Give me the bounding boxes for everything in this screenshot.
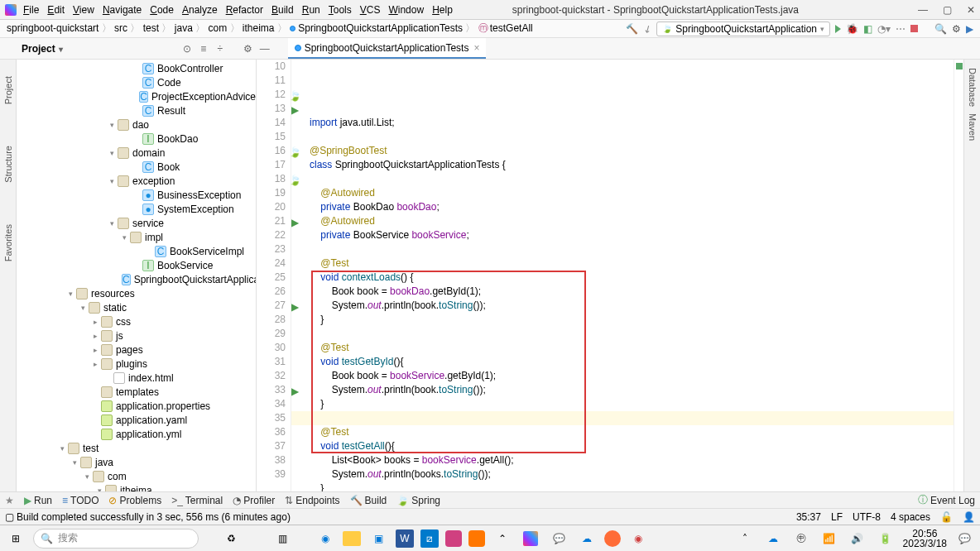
gutter-line[interactable]: 26 [257, 285, 286, 299]
tree-item[interactable]: ▸pages [17, 343, 256, 357]
settings-icon[interactable]: ⚙ [952, 23, 961, 35]
menu-navigate[interactable]: Navigate [103, 4, 142, 16]
start-icon[interactable]: ⊞ [5, 528, 26, 549]
gutter-line[interactable]: 38 [257, 453, 286, 467]
code-area[interactable]: import java.util.List;@SpringBootTestcla… [291, 60, 954, 491]
menu-refactor[interactable]: Refactor [226, 4, 263, 16]
battery-icon[interactable]: 🔋 [875, 528, 896, 549]
attach-icon[interactable]: ⋯ [896, 23, 906, 35]
code-line[interactable]: void contextLoads() { [310, 271, 954, 285]
tree-item[interactable]: index.html [17, 371, 256, 385]
menu-run[interactable]: Run [302, 4, 320, 16]
app-icon-1[interactable] [445, 530, 462, 547]
tree-item[interactable]: IBookDao [17, 132, 256, 146]
menu-help[interactable]: Help [432, 4, 453, 16]
maximize-icon[interactable]: ▢ [943, 4, 952, 16]
gutter-line[interactable]: 13▶ [257, 102, 286, 116]
code-line[interactable]: Book book = bookService.getById(1); [310, 369, 954, 383]
code-line[interactable]: Book book = bookDao.getById(1); [310, 285, 954, 299]
gutter-line[interactable]: 18🍃 [257, 172, 286, 186]
tree-item[interactable]: ▾itheima [17, 483, 256, 491]
menu-window[interactable]: Window [388, 4, 424, 16]
code-line[interactable]: @Autowired [310, 214, 954, 228]
gutter-line[interactable]: 24 [257, 256, 286, 271]
gutter-line[interactable]: 29 [257, 327, 286, 341]
clock[interactable]: 20:56 2023/3/18 [903, 529, 947, 549]
code-line[interactable]: private BookDao bookDao; [310, 200, 954, 214]
gutter-line[interactable]: 19 [257, 186, 286, 200]
gutter-line[interactable]: 15 [257, 130, 286, 144]
inspections-icon[interactable]: 👤 [963, 511, 975, 523]
forward-icon[interactable]: ▶ [966, 23, 973, 35]
app-icon-2[interactable] [468, 530, 485, 547]
breadcrumb-item[interactable]: itheima [243, 22, 275, 34]
explorer-icon[interactable] [343, 531, 361, 546]
code-line[interactable] [310, 130, 954, 144]
select-opened-file-icon[interactable]: ⊙ [181, 43, 193, 55]
tree-item[interactable]: ▾com [17, 469, 256, 483]
line-separator[interactable]: LF [831, 511, 843, 523]
gutter-line[interactable]: 11 [257, 74, 286, 88]
tree-item[interactable]: ▾impl [17, 230, 256, 244]
tree-item[interactable]: ▾exception [17, 174, 256, 188]
tree-item[interactable]: IBookService [17, 258, 256, 272]
gutter-line[interactable]: 31 [257, 355, 286, 369]
gutter-line[interactable]: 30 [257, 341, 286, 355]
breadcrumb-item[interactable]: test [143, 22, 159, 34]
edge-icon[interactable]: ◉ [315, 528, 336, 549]
breadcrumb-item[interactable]: java [175, 22, 193, 34]
gutter-line[interactable]: 33▶ [257, 383, 286, 397]
tree-item[interactable]: CSpringbootQuickstartApplication [17, 272, 256, 286]
code-line[interactable] [310, 172, 954, 186]
hide-icon[interactable]: — [259, 43, 271, 55]
tree-item[interactable]: ▾domain [17, 146, 256, 160]
gutter-line[interactable]: 22 [257, 228, 286, 242]
menu-code[interactable]: Code [150, 4, 174, 16]
code-line[interactable]: @Autowired [310, 186, 954, 200]
indent-settings[interactable]: 4 spaces [891, 511, 930, 523]
code-line[interactable]: class SpringbootQuickstartApplicationTes… [310, 158, 954, 172]
tree-item[interactable]: application.properties [17, 399, 256, 413]
profile-icon[interactable]: ◔▾ [877, 23, 891, 35]
code-line[interactable] [310, 327, 954, 341]
editor-tab[interactable]: SpringbootQuickstartApplicationTests × [288, 38, 487, 59]
gutter-line[interactable]: 39 [257, 467, 286, 482]
menu-build[interactable]: Build [271, 4, 294, 16]
code-line[interactable]: @Test [310, 425, 954, 439]
bottom-tab-build[interactable]: 🔨 Build [350, 495, 387, 506]
tool-tab-maven[interactable]: Maven [968, 113, 978, 141]
event-log-tab[interactable]: ⓘEvent Log [918, 493, 975, 507]
code-line[interactable] [310, 411, 954, 425]
tree-item[interactable]: ▾test [17, 441, 256, 455]
code-line[interactable] [310, 242, 954, 256]
gutter[interactable]: 101112🍃13▶141516🍃1718🍃192021▶22232425262… [257, 60, 291, 491]
code-line[interactable]: void testGetById(){ [310, 355, 954, 369]
breadcrumb-item[interactable]: src [114, 22, 127, 34]
minimize-icon[interactable]: — [918, 4, 928, 16]
code-line[interactable]: System.out.println(books.toString()); [310, 467, 954, 482]
close-icon[interactable]: ✕ [967, 4, 975, 16]
code-line[interactable]: } [310, 313, 954, 327]
run-config-selector[interactable]: 🍃 SpringbootQuickstartApplication ▾ [656, 22, 830, 36]
gutter-line[interactable]: 12🍃 [257, 88, 286, 102]
code-line[interactable]: @Test [310, 256, 954, 271]
code-line[interactable]: } [310, 397, 954, 411]
bottom-tab-endpoints[interactable]: ⇅ Endpoints [285, 495, 339, 506]
gutter-line[interactable]: 35 [257, 411, 286, 425]
tree-item[interactable]: CBookServiceImpl [17, 244, 256, 258]
breadcrumb-item[interactable]: ⓜtestGetAll [478, 22, 533, 34]
coverage-icon[interactable]: ◧ [863, 23, 872, 35]
collapse-all-icon[interactable]: ÷ [214, 43, 226, 55]
store-icon[interactable]: ▣ [368, 528, 389, 549]
gutter-line[interactable]: 14 [257, 116, 286, 130]
intellij-icon[interactable] [520, 528, 541, 549]
tree-item[interactable]: ●BusinessException [17, 188, 256, 202]
breadcrumb-item[interactable]: com [209, 22, 228, 34]
tree-item[interactable]: templates [17, 385, 256, 399]
gutter-line[interactable]: 27▶ [257, 299, 286, 313]
tab-close-icon[interactable]: × [473, 42, 479, 54]
gutter-line[interactable]: 37 [257, 439, 286, 453]
bottom-tab-spring[interactable]: 🍃 Spring [396, 495, 440, 506]
postman-icon[interactable] [604, 530, 621, 547]
code-line[interactable]: List<Book> books = bookService.getAll(); [310, 453, 954, 467]
